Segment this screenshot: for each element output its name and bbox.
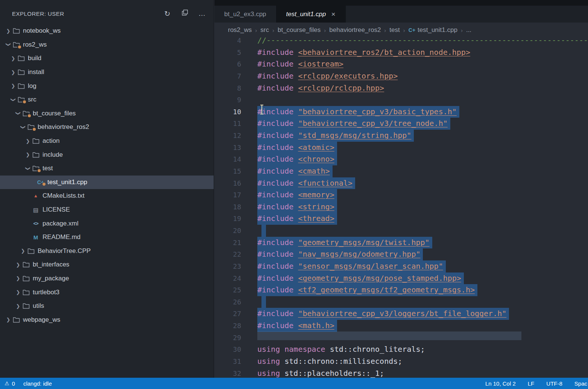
code-line[interactable]: 7 #include <rclcpp/executors.hpp> (214, 70, 588, 82)
line-number[interactable]: 16 (214, 177, 241, 189)
line-number[interactable]: 26 (214, 296, 241, 308)
code-line[interactable]: 22 #include "nav_msgs/msg/odometry.hpp" (214, 248, 588, 260)
tree-item-my_package[interactable]: ❯ my_package (0, 272, 214, 286)
chevron-icon[interactable]: ❯ (14, 275, 22, 281)
line-number[interactable]: 6 (214, 58, 241, 70)
line-number[interactable]: 8 (214, 82, 241, 94)
line-number[interactable]: 11 (214, 118, 241, 130)
code-line[interactable]: 26 (214, 296, 588, 308)
code-line[interactable]: 11 #include "behaviortree_cpp_v3/tree_no… (214, 118, 588, 130)
tab-close-icon[interactable]: × (331, 10, 335, 18)
line-number[interactable]: 15 (214, 165, 241, 177)
line-number[interactable]: 22 (214, 248, 241, 260)
code-line[interactable]: 12 #include "std_msgs/msg/string.hpp" (214, 130, 588, 142)
breadcrumb-bt_course_files[interactable]: bt_course_files (278, 26, 321, 34)
chevron-icon[interactable]: ❯ (24, 138, 32, 144)
chevron-icon[interactable]: ❯ (25, 165, 31, 172)
breadcrumb-src[interactable]: src (260, 26, 269, 34)
tree-item-webpage_ws[interactable]: ❯ webpage_ws (0, 313, 214, 327)
chevron-icon[interactable]: ❯ (24, 152, 32, 157)
chevron-icon[interactable]: ❯ (14, 303, 22, 309)
code-line[interactable]: 18 #include <string> (214, 201, 588, 213)
tree-item-license[interactable]: ❯ ▤ LICENSE (0, 203, 214, 217)
line-number[interactable]: 21 (214, 237, 241, 249)
tree-item-include[interactable]: ❯ include (0, 148, 214, 162)
tree-item-bt_interfaces[interactable]: ❯ bt_interfaces (0, 258, 214, 272)
chevron-icon[interactable]: ❯ (9, 56, 17, 61)
line-number[interactable]: 5 (214, 47, 241, 59)
code-line[interactable]: 27 #include "behaviortree_cpp_v3/loggers… (214, 308, 588, 320)
code-line[interactable]: 15 #include <cmath> (214, 165, 588, 177)
chevron-icon[interactable]: ❯ (20, 123, 26, 131)
tree-item-action[interactable]: ❯ action (0, 134, 214, 148)
clangd-status[interactable]: clangd: idle (23, 380, 52, 387)
line-number[interactable]: 29 (214, 332, 241, 344)
more-actions-icon[interactable]: … (198, 9, 206, 18)
line-number[interactable]: 7 (214, 70, 241, 82)
tree-item-utils[interactable]: ❯ utils (0, 299, 214, 313)
tree-item-test_unit1.cpp[interactable]: ❯ C+ test_unit1.cpp (0, 176, 214, 189)
problems-indicator[interactable]: ⚠ 0 (5, 380, 15, 387)
line-number[interactable]: 12 (214, 130, 241, 142)
line-number[interactable]: 23 (214, 260, 241, 272)
breadcrumb-behaviortree_ros2[interactable]: behaviortree_ros2 (329, 26, 381, 34)
chevron-icon[interactable]: ❯ (9, 70, 17, 75)
chevron-icon[interactable]: ❯ (5, 317, 12, 322)
code-line[interactable]: 13 #include <atomic> (214, 142, 588, 154)
horizontal-scrollbar[interactable] (257, 331, 521, 340)
tab-bt_u2_ex3.cpp[interactable]: bt_u2_ex3.cpp (214, 6, 277, 23)
breadcrumb-...[interactable]: ... (466, 26, 471, 34)
chevron-icon[interactable]: ❯ (14, 289, 22, 295)
refresh-explorer-icon[interactable]: ↻ (163, 9, 172, 18)
code-line[interactable]: 24 #include <geometry_msgs/msg/pose_stam… (214, 272, 588, 285)
code-line[interactable]: 28 #include <math.h> (214, 320, 588, 332)
line-number[interactable]: 14 (214, 153, 241, 165)
chevron-icon[interactable]: ❯ (5, 28, 12, 34)
line-number[interactable]: 13 (214, 142, 241, 154)
chevron-icon[interactable]: ❯ (11, 96, 16, 103)
line-number[interactable]: 9 (214, 94, 241, 106)
line-number[interactable]: 20 (214, 225, 241, 237)
tree-item-cmakelists.txt[interactable]: ❯ ▲ CMakeLists.txt (0, 189, 214, 203)
code-line[interactable]: 6 #include <iostream> (214, 58, 588, 70)
tree-item-test[interactable]: ❯ test (0, 162, 214, 176)
code-line[interactable]: 8 #include <rclcpp/rclcpp.hpp> (214, 82, 588, 94)
tree-item-install[interactable]: ❯ install (0, 65, 214, 79)
line-number[interactable]: 32 (214, 368, 241, 378)
line-number[interactable]: 30 (214, 344, 241, 356)
code-line[interactable]: 25 #include <tf2_geometry_msgs/tf2_geome… (214, 284, 588, 296)
chevron-icon[interactable]: ❯ (19, 248, 27, 254)
line-number[interactable]: 27 (214, 308, 241, 320)
tree-item-build[interactable]: ❯ build (0, 51, 214, 65)
line-number[interactable]: 31 (214, 356, 241, 368)
tree-item-turtlebot3[interactable]: ❯ turtlebot3 (0, 285, 214, 299)
line-number[interactable]: 18 (214, 201, 241, 213)
code-line[interactable]: 10 #include "behaviortree_cpp_v3/basic_t… (214, 106, 588, 118)
chevron-icon[interactable]: ❯ (15, 110, 21, 117)
tree-item-behaviortree.cpp[interactable]: ❯ BehaviorTree.CPP (0, 244, 214, 258)
collapse-folders-icon[interactable] (181, 9, 189, 18)
breadcrumb-test_unit1.cpp[interactable]: C+ test_unit1.cpp (409, 26, 457, 34)
line-number[interactable]: 10 (214, 106, 241, 118)
code-line[interactable]: 20 (214, 225, 588, 237)
tree-item-readme.md[interactable]: ❯ M README.md (0, 230, 214, 244)
code-line[interactable]: 21 #include "geometry_msgs/msg/twist.hpp… (214, 237, 588, 249)
line-number[interactable]: 28 (214, 320, 241, 332)
line-number[interactable]: 17 (214, 189, 241, 201)
tree-item-notebook_ws[interactable]: ❯ notebook_ws (0, 24, 214, 38)
breadcrumb-test[interactable]: test (389, 26, 400, 34)
cursor-position[interactable]: Ln 10, Col 2 (485, 380, 516, 387)
code-line[interactable]: 5 #include <behaviortree_ros2/bt_action_… (214, 47, 588, 59)
tree-item-bt_course_files[interactable]: ❯ bt_course_files (0, 107, 214, 121)
tree-item-src[interactable]: ❯ src (0, 93, 214, 107)
tree-item-behaviortree_ros2[interactable]: ❯ behaviortree_ros2 (0, 120, 214, 134)
tree-item-log[interactable]: ❯ log (0, 79, 214, 93)
encoding-indicator[interactable]: UTF-8 (546, 380, 562, 387)
line-number[interactable]: 24 (214, 272, 241, 285)
line-number[interactable]: 4 (214, 38, 241, 47)
code-line[interactable]: 32 using std::placeholders::_1; (214, 368, 588, 378)
line-number[interactable]: 25 (214, 284, 241, 296)
code-editor[interactable]: 4 //------------------------------------… (214, 38, 588, 378)
code-line[interactable]: 19 #include <thread> (214, 213, 588, 225)
code-line[interactable]: 30 using namespace std::chrono_literals; (214, 344, 588, 356)
